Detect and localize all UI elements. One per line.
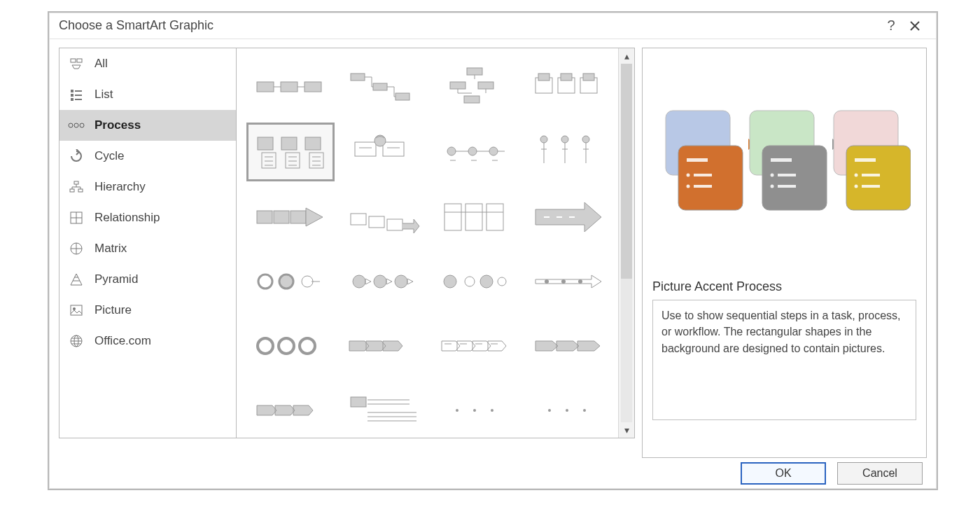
dialog-body: All List Process Cycle Hierarchy Relatio… bbox=[49, 39, 937, 458]
preview-description: Use to show sequential steps in a task, … bbox=[652, 300, 916, 420]
svg-rect-96 bbox=[778, 185, 796, 188]
thumb-arrow-process[interactable] bbox=[524, 188, 610, 246]
gallery-panel: ▴ ▾ bbox=[236, 48, 635, 438]
svg-point-75 bbox=[300, 338, 315, 354]
svg-rect-94 bbox=[778, 174, 796, 176]
category-cycle[interactable]: Cycle bbox=[59, 141, 236, 172]
svg-rect-20 bbox=[257, 82, 274, 92]
thumb-basic-chevron[interactable] bbox=[524, 317, 610, 375]
svg-rect-35 bbox=[583, 74, 594, 81]
category-all[interactable]: All bbox=[59, 48, 236, 79]
ok-button[interactable]: OK bbox=[741, 462, 826, 485]
svg-rect-98 bbox=[846, 146, 911, 210]
thumb-segmented-process[interactable] bbox=[431, 188, 518, 246]
all-icon bbox=[68, 55, 85, 72]
svg-rect-0 bbox=[71, 59, 76, 62]
thumb-chevron-accent[interactable] bbox=[431, 317, 518, 375]
preview-image bbox=[652, 58, 916, 275]
category-process[interactable]: Process bbox=[59, 110, 236, 141]
thumb-alternating-picture-blocks[interactable] bbox=[340, 123, 427, 180]
help-button[interactable]: ? bbox=[879, 14, 903, 38]
thumb-vertical-accent-list[interactable] bbox=[525, 123, 612, 180]
svg-point-81 bbox=[566, 409, 568, 412]
thumb-closed-chevron[interactable] bbox=[246, 382, 333, 438]
svg-point-61 bbox=[279, 275, 293, 289]
thumb-dots-a[interactable] bbox=[431, 382, 518, 438]
svg-rect-59 bbox=[486, 204, 503, 230]
category-list-item[interactable]: List bbox=[59, 79, 236, 110]
close-button[interactable] bbox=[903, 14, 927, 38]
category-label: Pyramid bbox=[94, 272, 138, 286]
svg-rect-16 bbox=[71, 305, 82, 315]
thumb-basic-process[interactable] bbox=[246, 58, 333, 116]
svg-rect-27 bbox=[450, 82, 465, 89]
svg-point-44 bbox=[374, 135, 386, 146]
svg-rect-55 bbox=[369, 216, 384, 228]
category-pyramid[interactable]: Pyramid bbox=[59, 264, 236, 295]
category-label: Process bbox=[94, 118, 141, 132]
thumb-staggered-process[interactable] bbox=[339, 188, 426, 246]
svg-rect-2 bbox=[71, 90, 74, 92]
category-officecom[interactable]: Office.com bbox=[59, 326, 236, 356]
list-icon bbox=[68, 86, 85, 103]
category-relationship[interactable]: Relationship bbox=[59, 202, 236, 233]
svg-point-48 bbox=[540, 136, 547, 143]
matrix-icon bbox=[68, 240, 85, 257]
scroll-down-icon[interactable]: ▾ bbox=[619, 422, 634, 438]
scroll-thumb[interactable] bbox=[621, 64, 632, 279]
pyramid-icon bbox=[68, 271, 85, 288]
thumb-connected-circles[interactable] bbox=[431, 253, 518, 310]
thumb-dots-b[interactable] bbox=[524, 382, 610, 438]
svg-rect-29 bbox=[464, 96, 479, 103]
cancel-button[interactable]: Cancel bbox=[837, 462, 923, 485]
thumb-circle-process[interactable] bbox=[246, 253, 333, 310]
svg-rect-34 bbox=[561, 74, 572, 81]
svg-rect-22 bbox=[304, 82, 321, 92]
thumb-timeline-arrow[interactable] bbox=[524, 253, 610, 310]
svg-rect-58 bbox=[465, 204, 482, 230]
category-hierarchy[interactable]: Hierarchy bbox=[59, 172, 236, 202]
svg-point-82 bbox=[583, 409, 586, 412]
gallery bbox=[237, 48, 618, 438]
svg-point-63 bbox=[353, 275, 365, 288]
thumb-detailed-process[interactable] bbox=[339, 382, 426, 438]
svg-rect-42 bbox=[355, 142, 376, 156]
svg-rect-26 bbox=[467, 68, 482, 75]
svg-point-100 bbox=[854, 174, 858, 177]
svg-point-80 bbox=[548, 409, 551, 412]
svg-rect-89 bbox=[694, 185, 712, 188]
svg-point-9 bbox=[74, 123, 78, 127]
scroll-up-icon[interactable]: ▴ bbox=[619, 48, 634, 64]
thumb-block-process-arrow[interactable] bbox=[246, 188, 333, 246]
svg-rect-101 bbox=[862, 174, 880, 176]
svg-point-47 bbox=[489, 147, 498, 155]
svg-rect-53 bbox=[290, 211, 306, 223]
relationship-icon bbox=[68, 209, 85, 226]
svg-point-78 bbox=[473, 409, 476, 412]
thumb-step-down-process[interactable] bbox=[339, 58, 426, 116]
thumb-descending-process[interactable] bbox=[431, 58, 518, 116]
thumb-chevron-list[interactable] bbox=[339, 317, 426, 375]
category-label: Picture bbox=[94, 303, 132, 317]
dialog-title: Choose a SmartArt Graphic bbox=[59, 18, 879, 33]
svg-rect-23 bbox=[351, 74, 365, 81]
thumb-ring-process[interactable] bbox=[246, 317, 333, 375]
globe-icon bbox=[68, 333, 85, 349]
svg-rect-11 bbox=[74, 181, 78, 184]
svg-rect-21 bbox=[281, 82, 298, 92]
svg-rect-85 bbox=[687, 158, 708, 162]
close-icon bbox=[909, 20, 921, 32]
preview-panel: Picture Accent Process Use to show seque… bbox=[642, 48, 927, 458]
thumb-picture-accent-process[interactable] bbox=[246, 123, 335, 181]
svg-point-93 bbox=[770, 174, 774, 177]
gallery-scrollbar[interactable]: ▴ ▾ bbox=[618, 48, 634, 438]
thumb-circle-accent-timeline[interactable] bbox=[433, 123, 519, 180]
thumb-picture-strip-process[interactable] bbox=[524, 58, 610, 116]
svg-point-69 bbox=[498, 277, 506, 286]
category-matrix[interactable]: Matrix bbox=[59, 233, 236, 264]
thumb-chevron-circles[interactable] bbox=[339, 253, 426, 310]
category-picture[interactable]: Picture bbox=[59, 295, 236, 326]
svg-rect-76 bbox=[351, 397, 366, 407]
svg-rect-43 bbox=[383, 142, 404, 156]
scroll-track[interactable] bbox=[621, 64, 632, 422]
